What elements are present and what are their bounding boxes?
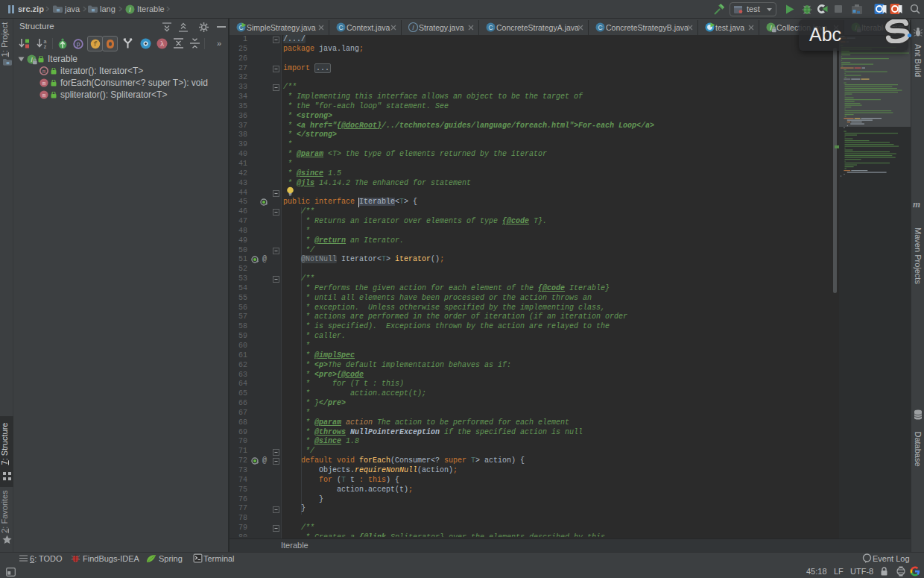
svg-text:C: C	[338, 24, 343, 31]
svg-text:p: p	[76, 41, 80, 48]
svg-text:a: a	[44, 39, 47, 44]
svg-text:f: f	[93, 41, 97, 48]
svg-text:m: m	[42, 92, 46, 98]
svg-text:λ: λ	[160, 40, 165, 48]
svg-text:C: C	[488, 24, 493, 31]
svg-text:I: I	[412, 24, 414, 31]
svg-text:m: m	[42, 69, 46, 75]
svg-text:C: C	[598, 24, 602, 31]
svg-text:m: m	[42, 81, 46, 87]
svg-text:z: z	[44, 44, 47, 49]
